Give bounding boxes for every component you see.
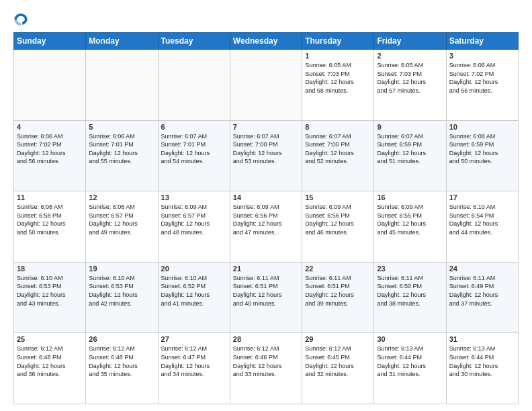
calendar-cell: 24Sunrise: 6:11 AM Sunset: 6:49 PM Dayli… — [446, 262, 518, 333]
calendar-cell: 12Sunrise: 6:08 AM Sunset: 6:57 PM Dayli… — [86, 191, 158, 263]
day-number: 8 — [305, 123, 371, 131]
day-info: Sunrise: 6:08 AM Sunset: 6:58 PM Dayligh… — [17, 203, 83, 236]
calendar-cell: 3Sunrise: 6:06 AM Sunset: 7:02 PM Daylig… — [446, 50, 518, 121]
day-info: Sunrise: 6:11 AM Sunset: 6:49 PM Dayligh… — [449, 274, 515, 308]
day-number: 12 — [89, 193, 154, 201]
calendar-header-wednesday: Wednesday — [230, 33, 302, 50]
calendar-header-monday: Monday — [86, 33, 158, 50]
day-info: Sunrise: 6:08 AM Sunset: 6:59 PM Dayligh… — [449, 132, 515, 166]
calendar-cell: 29Sunrise: 6:12 AM Sunset: 6:45 PM Dayli… — [302, 333, 374, 404]
calendar-cell: 14Sunrise: 6:09 AM Sunset: 6:56 PM Dayli… — [230, 191, 302, 263]
day-info: Sunrise: 6:13 AM Sunset: 6:44 PM Dayligh… — [377, 345, 443, 378]
day-info: Sunrise: 6:13 AM Sunset: 6:44 PM Dayligh… — [449, 345, 515, 378]
calendar-cell: 17Sunrise: 6:10 AM Sunset: 6:54 PM Dayli… — [446, 191, 518, 263]
day-info: Sunrise: 6:10 AM Sunset: 6:54 PM Dayligh… — [449, 203, 515, 236]
day-number: 31 — [449, 335, 515, 343]
calendar-cell: 10Sunrise: 6:08 AM Sunset: 6:59 PM Dayli… — [446, 120, 518, 191]
calendar-header-sunday: Sunday — [14, 33, 86, 50]
day-number: 4 — [17, 123, 83, 131]
day-number: 6 — [161, 123, 227, 131]
calendar-cell: 6Sunrise: 6:07 AM Sunset: 7:01 PM Daylig… — [158, 120, 230, 191]
day-number: 17 — [449, 193, 515, 201]
day-number: 25 — [17, 335, 83, 343]
day-info: Sunrise: 6:05 AM Sunset: 7:03 PM Dayligh… — [377, 61, 443, 95]
day-info: Sunrise: 6:11 AM Sunset: 6:50 PM Dayligh… — [377, 274, 443, 308]
day-info: Sunrise: 6:05 AM Sunset: 7:03 PM Dayligh… — [305, 61, 371, 95]
calendar-cell: 9Sunrise: 6:07 AM Sunset: 6:59 PM Daylig… — [374, 120, 446, 191]
calendar-cell — [86, 50, 158, 121]
day-number: 28 — [233, 335, 299, 343]
day-info: Sunrise: 6:09 AM Sunset: 6:56 PM Dayligh… — [233, 203, 299, 236]
day-info: Sunrise: 6:07 AM Sunset: 7:00 PM Dayligh… — [233, 132, 299, 166]
calendar-week-4: 18Sunrise: 6:10 AM Sunset: 6:53 PM Dayli… — [14, 262, 519, 333]
day-info: Sunrise: 6:11 AM Sunset: 6:51 PM Dayligh… — [305, 274, 371, 308]
day-info: Sunrise: 6:12 AM Sunset: 6:45 PM Dayligh… — [305, 345, 371, 378]
calendar-week-2: 4Sunrise: 6:06 AM Sunset: 7:02 PM Daylig… — [14, 120, 519, 191]
calendar-cell: 25Sunrise: 6:12 AM Sunset: 6:48 PM Dayli… — [14, 333, 86, 404]
calendar-cell: 1Sunrise: 6:05 AM Sunset: 7:03 PM Daylig… — [302, 50, 374, 121]
day-info: Sunrise: 6:06 AM Sunset: 7:02 PM Dayligh… — [449, 61, 515, 95]
day-number: 19 — [89, 265, 154, 273]
day-info: Sunrise: 6:09 AM Sunset: 6:57 PM Dayligh… — [161, 203, 227, 236]
calendar-cell: 2Sunrise: 6:05 AM Sunset: 7:03 PM Daylig… — [374, 50, 446, 121]
day-info: Sunrise: 6:12 AM Sunset: 6:47 PM Dayligh… — [161, 345, 227, 378]
day-info: Sunrise: 6:06 AM Sunset: 7:02 PM Dayligh… — [17, 132, 83, 166]
calendar-cell: 4Sunrise: 6:06 AM Sunset: 7:02 PM Daylig… — [14, 120, 86, 191]
calendar-cell — [14, 50, 86, 121]
day-number: 13 — [161, 193, 227, 201]
day-info: Sunrise: 6:12 AM Sunset: 6:48 PM Dayligh… — [17, 345, 83, 378]
day-info: Sunrise: 6:12 AM Sunset: 6:46 PM Dayligh… — [233, 345, 299, 378]
calendar-cell: 11Sunrise: 6:08 AM Sunset: 6:58 PM Dayli… — [14, 191, 86, 263]
calendar-cell: 31Sunrise: 6:13 AM Sunset: 6:44 PM Dayli… — [446, 333, 518, 404]
day-number: 30 — [377, 335, 443, 343]
day-number: 14 — [233, 193, 299, 201]
day-info: Sunrise: 6:08 AM Sunset: 6:57 PM Dayligh… — [89, 203, 154, 236]
day-info: Sunrise: 6:07 AM Sunset: 6:59 PM Dayligh… — [377, 132, 443, 166]
day-info: Sunrise: 6:12 AM Sunset: 6:48 PM Dayligh… — [89, 345, 154, 378]
calendar-header-tuesday: Tuesday — [158, 33, 230, 50]
calendar-cell: 5Sunrise: 6:06 AM Sunset: 7:01 PM Daylig… — [86, 120, 158, 191]
calendar-cell — [230, 50, 302, 121]
calendar-header-saturday: Saturday — [446, 33, 518, 50]
day-number: 3 — [449, 52, 515, 60]
calendar-cell: 26Sunrise: 6:12 AM Sunset: 6:48 PM Dayli… — [86, 333, 158, 404]
day-number: 24 — [449, 265, 515, 273]
calendar-cell: 23Sunrise: 6:11 AM Sunset: 6:50 PM Dayli… — [374, 262, 446, 333]
day-number: 26 — [89, 335, 154, 343]
calendar-cell: 15Sunrise: 6:09 AM Sunset: 6:56 PM Dayli… — [302, 191, 374, 263]
day-number: 21 — [233, 265, 299, 273]
day-number: 2 — [377, 52, 443, 60]
header — [13, 12, 519, 27]
day-info: Sunrise: 6:07 AM Sunset: 7:01 PM Dayligh… — [161, 132, 227, 166]
calendar-table: SundayMondayTuesdayWednesdayThursdayFrid… — [13, 32, 519, 404]
day-number: 18 — [17, 265, 83, 273]
calendar-cell — [158, 50, 230, 121]
day-info: Sunrise: 6:06 AM Sunset: 7:01 PM Dayligh… — [89, 132, 154, 166]
day-number: 10 — [449, 123, 515, 131]
day-number: 5 — [89, 123, 154, 131]
calendar-cell: 28Sunrise: 6:12 AM Sunset: 6:46 PM Dayli… — [230, 333, 302, 404]
day-number: 27 — [161, 335, 227, 343]
day-number: 11 — [17, 193, 83, 201]
calendar-cell: 20Sunrise: 6:10 AM Sunset: 6:52 PM Dayli… — [158, 262, 230, 333]
day-number: 29 — [305, 335, 371, 343]
day-number: 16 — [377, 193, 443, 201]
day-number: 7 — [233, 123, 299, 131]
day-info: Sunrise: 6:11 AM Sunset: 6:51 PM Dayligh… — [233, 274, 299, 308]
calendar-header-thursday: Thursday — [302, 33, 374, 50]
calendar-week-5: 25Sunrise: 6:12 AM Sunset: 6:48 PM Dayli… — [14, 333, 519, 404]
day-info: Sunrise: 6:09 AM Sunset: 6:55 PM Dayligh… — [377, 203, 443, 236]
calendar-cell: 22Sunrise: 6:11 AM Sunset: 6:51 PM Dayli… — [302, 262, 374, 333]
calendar-cell: 27Sunrise: 6:12 AM Sunset: 6:47 PM Dayli… — [158, 333, 230, 404]
calendar-cell: 30Sunrise: 6:13 AM Sunset: 6:44 PM Dayli… — [374, 333, 446, 404]
page: SundayMondayTuesdayWednesdayThursdayFrid… — [0, 0, 532, 411]
day-info: Sunrise: 6:10 AM Sunset: 6:53 PM Dayligh… — [89, 274, 154, 308]
calendar-cell: 16Sunrise: 6:09 AM Sunset: 6:55 PM Dayli… — [374, 191, 446, 263]
calendar-header-friday: Friday — [374, 33, 446, 50]
calendar-cell: 19Sunrise: 6:10 AM Sunset: 6:53 PM Dayli… — [86, 262, 158, 333]
calendar-week-1: 1Sunrise: 6:05 AM Sunset: 7:03 PM Daylig… — [14, 50, 519, 121]
day-info: Sunrise: 6:09 AM Sunset: 6:56 PM Dayligh… — [305, 203, 371, 236]
calendar-cell: 18Sunrise: 6:10 AM Sunset: 6:53 PM Dayli… — [14, 262, 86, 333]
calendar-cell: 8Sunrise: 6:07 AM Sunset: 7:00 PM Daylig… — [302, 120, 374, 191]
day-number: 22 — [305, 265, 371, 273]
